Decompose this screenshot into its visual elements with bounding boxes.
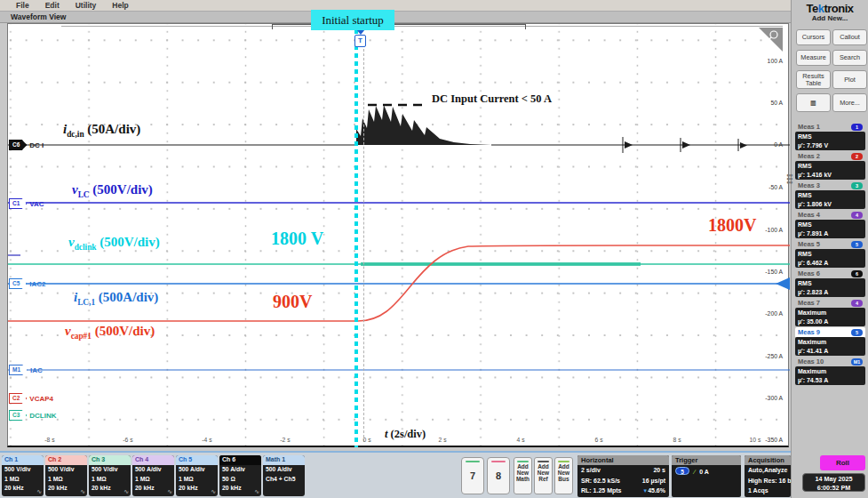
meas-item[interactable]: Meas 44 RMSµ': 7.891 A (795, 210, 865, 238)
source-badge: M1 (851, 358, 863, 365)
tab-waveform-view[interactable]: Waveform View (11, 12, 66, 21)
scope-button-7[interactable]: 7 (461, 457, 484, 494)
meas-item-selected[interactable]: Meas 95 Maximumµ': 41.41 A (795, 327, 865, 356)
annotation-time-scale[interactable]: t (2s/div) (385, 428, 426, 441)
c1-badge: C1 (9, 198, 27, 209)
more-button[interactable]: More... (832, 93, 867, 112)
y-axis-label: -150 A (747, 269, 783, 275)
channel-tag-c1[interactable]: C1 VAC (9, 198, 44, 209)
bandwidth-icon: ∿ (254, 488, 259, 495)
source-badge: 6 (851, 270, 863, 277)
trigger-position-line (363, 49, 364, 442)
horizontal-panel[interactable]: Horizontal 2 s/div20 s SR: 62.5 kS/s16 µ… (577, 455, 669, 497)
y-axis-label: -50 A (747, 184, 783, 190)
y-axis-label: 50 A (747, 100, 783, 106)
add-new-ref-button[interactable]: Add New Ref (534, 457, 553, 494)
label-ilc1[interactable]: iLC,1 (500A/div) (74, 290, 158, 307)
bandwidth-icon: ∿ (167, 488, 172, 495)
mask-test-icon-button[interactable]: ▦ (796, 93, 831, 112)
meas-item[interactable]: Meas 74 Maximumµ': 35.00 A (795, 298, 865, 326)
label-idc-in[interactable]: idc,in (50A/div) (63, 122, 140, 139)
view-tab-bar: Waveform View (0, 12, 791, 23)
channel-badge-math1[interactable]: Math 1 500 A/div Ch4 + Ch5 (263, 455, 305, 496)
x-axis-label: -8 s (44, 437, 54, 443)
trigger-slope-icon: ∕ (694, 467, 695, 478)
c5-badge: C5 (9, 278, 27, 289)
grid-magnifier-icon: ▦ (810, 100, 816, 107)
results-table-button[interactable]: Results Table (796, 70, 831, 89)
menu-edit[interactable]: Edit (45, 1, 60, 10)
callout-button[interactable]: Callout (832, 29, 867, 45)
x-axis-label: 0 s (362, 437, 370, 443)
plot-button[interactable]: Plot (832, 70, 867, 89)
zoom-corner-icon (759, 28, 783, 52)
scope-button-8[interactable]: 8 (487, 457, 510, 494)
x-axis-label: 4 s (516, 437, 524, 443)
menu-utility[interactable]: Utility (76, 1, 97, 10)
bandwidth-icon: ∿ (80, 488, 85, 495)
source-badge: 5 (851, 241, 863, 248)
add-new-math-button[interactable]: Add New Math (514, 457, 532, 494)
search-button[interactable]: Search (832, 50, 867, 66)
trigger-level-arrow (776, 277, 790, 290)
startup-cursor-line[interactable] (354, 29, 358, 447)
x-axis-label: 10 s (750, 437, 761, 443)
meas-item[interactable]: Meas 33 RMSµ': 1.806 kV (795, 181, 865, 209)
acquisition-panel[interactable]: Acquisition Auto,Analyze High Res: 16 bi… (745, 455, 791, 497)
x-axis-label: 6 s (594, 437, 602, 443)
channel-badge-ch6[interactable]: Ch 6 50 A/div 50 Ω 20 kHz ∿ (219, 455, 261, 496)
roll-mode-button[interactable]: Roll (820, 455, 865, 470)
measure-button[interactable]: Measure (796, 50, 831, 66)
channel-badge-ch4[interactable]: Ch 4 500 A/div 1 MΩ 20 kHz ∿ (132, 455, 174, 496)
oscilloscope-app: File Edit Utility Help Waveform View Ini… (0, 0, 868, 498)
waveform-plot[interactable]: T 100 A 50 A 0 A -50 A -100 A -150 A -20… (7, 23, 789, 447)
channel-badge-ch5[interactable]: Ch 5 500 A/div 1 MΩ 20 kHz ∿ (176, 455, 218, 496)
channel-tag-c2[interactable]: C2 VCAP4 (9, 393, 53, 404)
add-new-label: Add New... (792, 14, 868, 22)
channel-tag-c5[interactable]: C5 IAC2 (9, 278, 46, 289)
y-axis-label: -300 A (747, 395, 783, 401)
annotation-dc-current[interactable]: DC Input Current < 50 A (432, 92, 552, 106)
annotation-1800v-red[interactable]: 1800V (708, 215, 756, 236)
label-vdclink[interactable]: vdclink (500V/div) (68, 235, 160, 252)
source-badge: 4 (851, 300, 863, 307)
bandwidth-icon: ∿ (36, 488, 42, 495)
cursors-button[interactable]: Cursors (796, 29, 831, 45)
source-badge: 1 (851, 124, 863, 131)
trigger-panel[interactable]: Trigger 5 ∕ 0 A (672, 455, 741, 497)
menu-bar: File Edit Utility Help (0, 0, 791, 12)
channel-tag-m1[interactable]: M1 IAC (9, 365, 43, 375)
bandwidth-icon: ∿ (123, 488, 129, 495)
bandwidth-icon: ∿ (211, 488, 216, 495)
annotation-900v[interactable]: 900V (273, 292, 312, 312)
datetime-badge: 14 May 20256:00:52 PM (802, 473, 865, 492)
meas-item[interactable]: Meas 55 RMSµ': 6.462 A (795, 239, 865, 268)
channel-tag-c3[interactable]: C3 DCLINK (9, 410, 57, 421)
c3-badge: C3 (9, 410, 27, 421)
c2-badge: C2 (9, 393, 27, 404)
label-vcap1[interactable]: vcap#1 (500V/div) (65, 324, 155, 341)
menu-help[interactable]: Help (112, 1, 128, 10)
sidebar-drag-handle[interactable]: ●●●●●● (786, 173, 792, 184)
menu-file[interactable]: File (16, 1, 29, 10)
y-axis-label: 0 A (747, 141, 783, 148)
startup-callout[interactable]: Initial startup (311, 10, 394, 30)
y-axis-label: -250 A (747, 353, 783, 359)
meas-item[interactable]: Meas 22 RMSµ': 1.416 kV (795, 151, 865, 180)
channel-badge-ch3[interactable]: Ch 3 500 V/div 1 MΩ 20 kHz ∿ (89, 455, 131, 496)
x-axis-label: -4 s (202, 437, 211, 443)
label-vlc[interactable]: vLC (500V/div) (72, 182, 153, 199)
meas-item[interactable]: Meas 10M1 Maximumµ': 74.53 A (795, 357, 865, 385)
add-new-bus-button[interactable]: Add New Bus (554, 457, 573, 494)
channel-tag-c6[interactable]: C6 DC I (9, 140, 44, 150)
trigger-flag-icon[interactable]: T (354, 35, 366, 47)
channel-badge-ch2[interactable]: Ch 2 500 V/div 1 MΩ 20 kHz ∿ (45, 455, 87, 496)
channel-badge-ch1[interactable]: Ch 1 500 V/div 1 MΩ 20 kHz ∿ (2, 455, 44, 496)
meas-item[interactable]: Meas 66 RMSµ': 2.823 A (795, 269, 865, 297)
meas-item[interactable]: Meas 11 RMSµ': 7.796 V (795, 122, 865, 150)
tektronix-logo: Tektronix (792, 2, 868, 15)
annotation-1800v-cyan[interactable]: 1800 V (271, 229, 323, 249)
x-axis-label: -2 s (280, 437, 290, 443)
source-badge: 5 (851, 329, 863, 336)
x-axis-label: 2 s (438, 437, 446, 443)
